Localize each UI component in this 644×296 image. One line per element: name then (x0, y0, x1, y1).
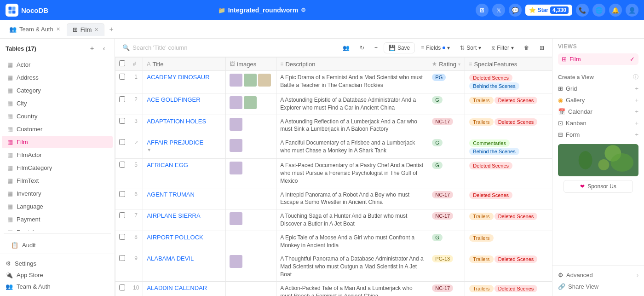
select-all-checkbox[interactable] (119, 60, 125, 66)
row-checkbox[interactable] (119, 118, 125, 124)
app-logo[interactable]: NocoDB (6, 4, 48, 17)
row-checkbox[interactable] (119, 191, 125, 197)
image-thumb[interactable] (230, 139, 242, 152)
toolbar-save-btn[interactable]: 💾 Save (384, 42, 415, 53)
film-title-link[interactable]: AIRPLANE SIERRA (147, 212, 200, 219)
row-checkbox[interactable] (119, 139, 125, 145)
film-title-link[interactable]: ACADEMY DINOSAUR (147, 74, 209, 81)
th-description[interactable]: ≡ Description (276, 58, 428, 71)
sidebar-item-city[interactable]: ▦ City (2, 97, 113, 110)
sidebar-item-inventory[interactable]: ▦ Inventory (2, 187, 113, 200)
star-button[interactable]: ⭐ Star 4,330 (525, 5, 572, 16)
sidebar-item-address[interactable]: ▦ Address (2, 71, 113, 84)
row-checkbox[interactable] (119, 162, 125, 168)
sidebar-item-filmcategory[interactable]: ▦ FilmCategory (2, 162, 113, 174)
row-checkbox[interactable] (119, 255, 125, 261)
create-gallery-view[interactable]: ◉ Gallery + (552, 94, 644, 106)
image-thumb[interactable] (244, 96, 257, 109)
image-thumb[interactable] (230, 212, 242, 225)
share-view-row[interactable]: 🔗 Share View (558, 281, 638, 292)
toolbar-sort-btn[interactable]: ⇅ Sort ▾ (456, 42, 485, 53)
sidebar-settings[interactable]: ⚙ Settings (6, 258, 109, 269)
film-title-link[interactable]: ALADDIN CALENDAR (147, 284, 207, 291)
image-thumb[interactable] (230, 118, 242, 131)
th-title[interactable]: A Title (143, 58, 226, 71)
row-checkbox[interactable] (119, 212, 125, 218)
monitor-icon[interactable]: 🖥 (476, 4, 489, 17)
star-count: 4,330 (550, 6, 569, 14)
user-icon[interactable]: 👤 (626, 4, 638, 17)
table-row: 10ALADDIN CALENDARA Action-Packed Tale o… (115, 281, 552, 296)
sidebar-item-customer[interactable]: ▦ Customer (2, 123, 113, 135)
film-title-link[interactable]: ALABAMA DEVIL (147, 255, 194, 262)
phone-icon[interactable]: 📞 (576, 4, 589, 17)
advanced-row[interactable]: ⚙ Advanced › (558, 269, 638, 281)
toolbar-add-btn[interactable]: + (370, 42, 382, 53)
image-thumb[interactable] (230, 255, 242, 268)
image-thumb[interactable] (244, 74, 257, 87)
toolbar-users-btn[interactable]: 👥 (339, 42, 354, 53)
row-images-cell (226, 71, 276, 93)
sidebar-item-rental[interactable]: ▦ Rental (2, 226, 113, 231)
sidebar-collapse[interactable]: ‹ (99, 43, 109, 53)
row-checkbox[interactable] (119, 234, 125, 240)
film-title-link[interactable]: AIRPORT POLLOCK (147, 234, 203, 241)
image-thumb[interactable] (258, 74, 271, 87)
tab-add-button[interactable]: + (105, 23, 117, 35)
film-title-link[interactable]: ADAPTATION HOLES (147, 118, 206, 125)
create-calendar-view[interactable]: 📅 Calendar + (552, 106, 644, 117)
toolbar-filter-btn[interactable]: ⧖ Filter ▾ (487, 42, 518, 53)
twitter-icon[interactable]: 𝕏 (492, 4, 505, 17)
translate-icon[interactable]: 🌐 (592, 4, 605, 17)
view-item-film[interactable]: ⊞ Film ✓ (558, 53, 638, 65)
notification-icon[interactable]: 🔔 (609, 4, 622, 17)
image-thumb[interactable] (230, 162, 242, 174)
th-images[interactable]: 🖼 images (226, 58, 276, 71)
tab-team-auth-close[interactable]: ✕ (56, 26, 60, 32)
tab-team-auth[interactable]: 👥 Team & Auth ✕ (4, 23, 66, 35)
toolbar-layout-btn[interactable]: ⊞ (535, 42, 548, 53)
sidebar-team-auth[interactable]: 👥 Team & Auth (6, 281, 109, 292)
image-thumb[interactable] (230, 96, 242, 109)
sidebar-item-payment[interactable]: ▦ Payment (2, 213, 113, 226)
sidebar-item-actor[interactable]: ▦ Actor (2, 58, 113, 71)
image-thumb[interactable] (230, 74, 242, 87)
row-checkbox[interactable] (119, 96, 125, 102)
create-kanban-view[interactable]: ⊡ Kanban + (552, 117, 644, 129)
sidebar-item-language[interactable]: ▦ Language (2, 200, 113, 213)
th-special-features[interactable]: ≡ SpecialFeatures (465, 58, 552, 71)
sponsor-button[interactable]: ❤ Sponsor Us (564, 180, 633, 193)
chat-icon[interactable]: 💬 (509, 4, 522, 17)
sidebar-item-filmactor[interactable]: ▦ FilmActor (2, 149, 113, 161)
sidebar-item-filmtext[interactable]: ▦ FilmText (2, 174, 113, 187)
th-rating[interactable]: ★ Rating ▾ (428, 58, 465, 71)
film-title-link[interactable]: ACE GOLDFINGER (147, 96, 200, 103)
row-checkbox[interactable] (119, 74, 125, 80)
tab-film-close[interactable]: ✕ (94, 27, 98, 33)
tab-film[interactable]: ⊞ Film ✕ (67, 23, 105, 36)
create-grid-view[interactable]: ⊞ Grid + (552, 83, 644, 94)
table-row: 8AIRPORT POLLOCKA Epic Tale of a Moose A… (115, 231, 552, 252)
sidebar-item-category[interactable]: ▦ Category (2, 84, 113, 97)
toolbar-fields-btn[interactable]: ≡ Fields ▾ (417, 42, 454, 53)
film-title-link[interactable]: AFRICAN EGG (147, 162, 188, 168)
sidebar-item-label: Customer (17, 126, 42, 133)
film-title-link[interactable]: AFFAIR PREJUDICE (147, 139, 203, 146)
sidebar-item-audit[interactable]: 📋 Audit (6, 239, 109, 251)
right-panel: Views ⊞ Film ✓ Create a View ⓘ ⊞ Grid + … (552, 39, 644, 296)
toolbar-reload-btn[interactable]: ↻ (356, 42, 368, 53)
sidebar-item-label: Category (17, 87, 41, 94)
rating-badge: G (432, 162, 443, 169)
expand-icon[interactable]: ⤢ (134, 140, 138, 145)
sidebar-item-country[interactable]: ▦ Country (2, 110, 113, 122)
view-check-icon: ✓ (630, 56, 635, 63)
create-form-view[interactable]: ⊟ Form + (552, 129, 644, 140)
sidebar-item-film[interactable]: ▦ Film (2, 136, 113, 148)
sidebar-add-table[interactable]: + (87, 43, 97, 53)
toolbar-delete-btn[interactable]: 🗑 (520, 42, 534, 53)
images-col-icon: 🖼 (230, 61, 235, 67)
row-checkbox[interactable] (119, 284, 125, 290)
film-title-link[interactable]: AGENT TRUMAN (147, 191, 195, 198)
sidebar-app-store[interactable]: 🔌 App Store (6, 269, 109, 281)
search-placeholder: Search 'Title' column (132, 44, 187, 51)
